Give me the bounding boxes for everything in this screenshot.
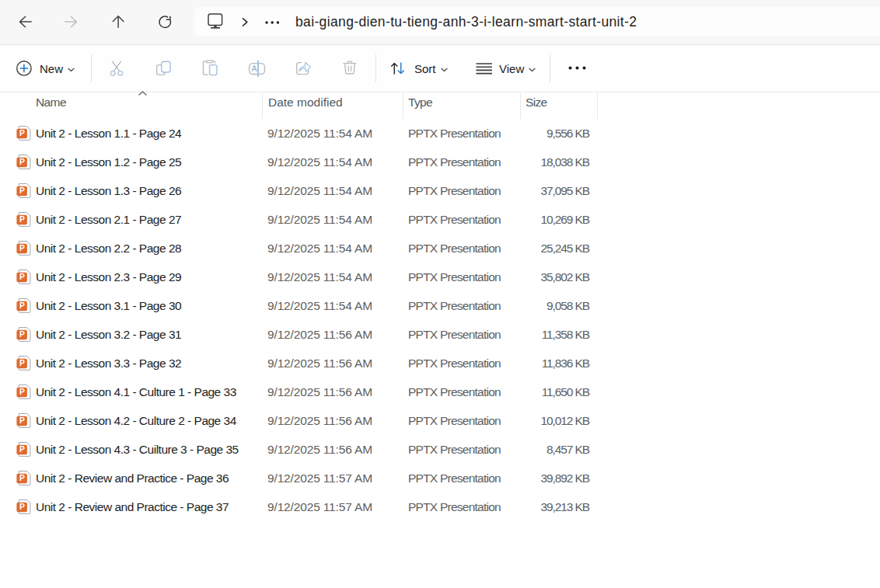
svg-text:P: P <box>19 244 25 252</box>
svg-text:A: A <box>251 64 257 73</box>
svg-text:P: P <box>19 273 25 281</box>
svg-text:P: P <box>19 388 25 396</box>
svg-text:P: P <box>19 186 25 195</box>
svg-text:P: P <box>19 474 25 482</box>
svg-text:P: P <box>19 416 25 425</box>
svg-text:P: P <box>19 158 25 166</box>
svg-text:P: P <box>19 503 25 511</box>
svg-text:P: P <box>19 359 25 367</box>
svg-text:P: P <box>19 445 25 454</box>
svg-text:P: P <box>19 215 25 224</box>
svg-text:P: P <box>19 301 25 310</box>
svg-text:P: P <box>19 129 25 137</box>
svg-text:P: P <box>19 330 25 339</box>
